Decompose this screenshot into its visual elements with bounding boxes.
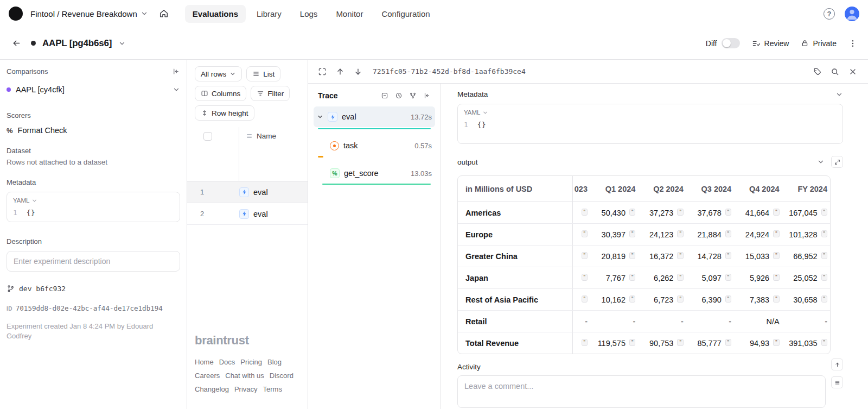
rows-toolbar-3: Row height: [195, 105, 300, 121]
yaml-mode-select[interactable]: YAML: [13, 197, 174, 204]
top-navbar: Fintool / Revenue Breakdown Evaluations …: [0, 0, 868, 27]
metadata-label: Metadata: [457, 90, 488, 98]
all-rows-dropdown[interactable]: All rows: [195, 66, 242, 81]
tab-logs[interactable]: Logs: [292, 5, 326, 23]
table-cell: 16,372": [638, 246, 686, 267]
scroll-top-button[interactable]: [831, 358, 843, 370]
span-timeline: [318, 128, 431, 130]
grip-icon: [246, 133, 253, 140]
tab-library[interactable]: Library: [249, 5, 289, 23]
expand-trace-icon[interactable]: [318, 67, 327, 76]
cell-value: 37,678: [697, 209, 721, 217]
quote-mark: ": [629, 230, 635, 237]
collapse-spans-icon[interactable]: [381, 92, 388, 99]
private-button[interactable]: Private: [801, 39, 837, 48]
row-name: eval: [253, 188, 268, 197]
footer-link[interactable]: Careers: [195, 372, 220, 380]
footer-link[interactable]: Discord: [270, 372, 293, 380]
activity-list-button[interactable]: [831, 376, 843, 388]
rows-panel: All rows List Columns Filter: [187, 60, 308, 409]
footer-link[interactable]: Home: [195, 358, 214, 366]
braintrust-logo-icon[interactable]: [9, 7, 23, 21]
table-cell: 6,390": [686, 289, 734, 310]
table-cell: 20,819": [590, 246, 638, 267]
footer-link[interactable]: Terms: [263, 385, 282, 393]
chevron-down-icon[interactable]: [317, 114, 323, 120]
footer-link[interactable]: Docs: [219, 358, 235, 366]
row-height-button[interactable]: Row height: [195, 105, 254, 121]
search-icon[interactable]: [831, 67, 839, 76]
review-button[interactable]: Review: [752, 39, 789, 48]
home-button[interactable]: [156, 5, 172, 22]
footer-link[interactable]: Blog: [267, 358, 282, 366]
experiment-sidebar: Comparisons AAPL [cy4cfk] Scorers % Form…: [0, 60, 187, 409]
cell-value: 391,035: [789, 339, 817, 348]
filter-button[interactable]: Filter: [251, 86, 290, 101]
column-header: Q4 2024: [734, 176, 782, 202]
footer-link[interactable]: Pricing: [240, 358, 262, 366]
chevron-down-icon[interactable]: [817, 158, 825, 166]
tab-configuration[interactable]: Configuration: [374, 5, 437, 23]
tag-icon[interactable]: [813, 67, 821, 76]
span-row-eval[interactable]: eval 13.72s: [314, 106, 435, 127]
tab-evaluations[interactable]: Evaluations: [185, 5, 246, 23]
git-ref-label: dev b6fc932: [19, 285, 66, 293]
table-cell: ": [573, 267, 590, 288]
table-row[interactable]: 2 eval: [187, 203, 308, 225]
user-avatar[interactable]: [845, 7, 859, 21]
columns-button[interactable]: Columns: [195, 86, 246, 101]
table-cell: -: [573, 311, 590, 332]
comment-input[interactable]: [457, 375, 826, 408]
footer-link[interactable]: Chat with us: [225, 372, 264, 380]
scorer-item[interactable]: % Format Check: [7, 126, 180, 135]
diff-toggle[interactable]: [722, 38, 740, 48]
chevron-down-icon[interactable]: [118, 40, 126, 47]
next-row-icon[interactable]: [354, 67, 362, 76]
metadata-editor[interactable]: YAML 1 {}: [457, 104, 843, 144]
select-all-checkbox[interactable]: [203, 132, 212, 141]
metadata-editor[interactable]: YAML 1 {}: [7, 192, 180, 222]
help-button[interactable]: ?: [824, 8, 835, 20]
comparisons-header: Comparisons: [7, 67, 180, 75]
footer-link[interactable]: Privacy: [234, 385, 258, 393]
comparison-item[interactable]: AAPL [cy4cfk]: [7, 81, 180, 98]
kebab-menu-icon[interactable]: [848, 39, 857, 48]
list-view-button[interactable]: List: [246, 66, 280, 81]
close-icon[interactable]: [848, 67, 857, 76]
metadata-section-header[interactable]: Metadata: [457, 90, 843, 98]
table-row: Greater China " 20,819" 16,372" 14,728" …: [458, 246, 830, 267]
cell-value: N/A: [766, 317, 779, 326]
back-button[interactable]: [9, 35, 24, 51]
arrow-up-icon: [834, 362, 840, 368]
activity-label: Activity: [457, 363, 481, 371]
table-cell: 90,753": [638, 332, 686, 354]
collapse-panel-icon[interactable]: [172, 67, 180, 75]
git-ref[interactable]: dev b6fc932: [7, 285, 180, 293]
collapse-panel-icon[interactable]: [423, 92, 431, 99]
previous-row-icon[interactable]: [336, 67, 344, 76]
name-column-header[interactable]: Name: [246, 132, 276, 140]
yaml-mode-select[interactable]: YAML: [464, 109, 837, 116]
yaml-code-line: 1 {}: [464, 121, 837, 129]
line-number: 1: [13, 209, 17, 217]
score-percent-icon: %: [330, 168, 340, 178]
table-cell: 5,926": [734, 267, 782, 288]
footer-link[interactable]: Changelog: [195, 385, 229, 393]
cell-value: 6,723: [654, 295, 673, 304]
durations-icon[interactable]: [395, 92, 403, 99]
name-header-label: Name: [257, 132, 276, 140]
project-breadcrumb[interactable]: Fintool / Revenue Breakdown: [30, 9, 148, 18]
all-rows-label: All rows: [201, 70, 226, 78]
expand-output-button[interactable]: [831, 156, 843, 168]
description-input[interactable]: [7, 251, 180, 272]
table-row[interactable]: 1 eval: [187, 181, 308, 203]
span-row-task[interactable]: task 0.57s: [314, 136, 435, 155]
tab-monitor[interactable]: Monitor: [328, 5, 371, 23]
row-index: 1: [200, 188, 239, 196]
table-cell: -: [590, 311, 638, 332]
table-cell: 24,924": [734, 224, 782, 245]
span-row-get-score[interactable]: % get_score 13.03s: [314, 164, 435, 183]
metadata-header: Metadata: [7, 178, 180, 186]
tree-view-icon[interactable]: [409, 92, 417, 99]
span-list: eval 13.72s task 0.57s: [308, 106, 441, 185]
